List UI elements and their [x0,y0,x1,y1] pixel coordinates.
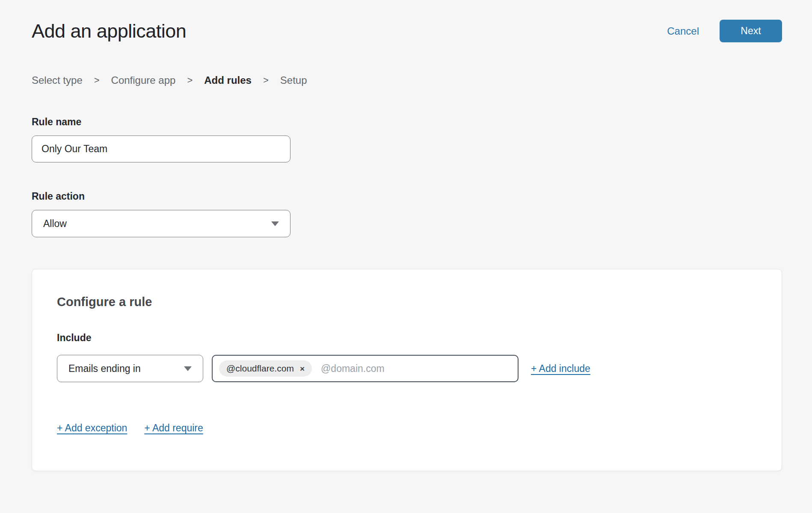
add-require-link[interactable]: + Add require [144,422,203,434]
breadcrumb-select-type[interactable]: Select type [32,74,83,86]
rule-name-input[interactable] [32,136,290,162]
breadcrumb-separator: > [263,75,269,86]
breadcrumb-separator: > [94,75,100,86]
page-title: Add an application [32,20,186,42]
header-actions: Cancel Next [667,20,782,42]
include-label: Include [57,332,757,344]
breadcrumb-setup[interactable]: Setup [280,74,307,86]
chevron-down-icon [184,366,192,371]
configure-rule-card: Configure a rule Include Emails ending i… [32,269,782,471]
breadcrumb-configure-app[interactable]: Configure app [111,74,176,86]
rule-name-label: Rule name [32,116,782,128]
add-include-link[interactable]: + Add include [531,363,590,374]
email-domain-text-input[interactable] [321,363,511,374]
add-exception-link[interactable]: + Add exception [57,422,127,434]
rule-action-value: Allow [43,218,67,230]
email-domain-tag-label: @cloudflare.com [226,363,294,374]
rule-name-field: Rule name [32,116,782,162]
configure-rule-title: Configure a rule [57,295,757,309]
breadcrumb-separator: > [187,75,193,86]
remove-tag-icon[interactable]: × [300,365,305,373]
rule-action-field: Rule action Allow [32,191,782,237]
chevron-down-icon [271,221,279,226]
email-domain-tag: @cloudflare.com × [219,360,312,377]
include-rule-row: Emails ending in @cloudflare.com × + Add… [57,355,757,382]
rule-action-label: Rule action [32,191,782,202]
include-selector-value: Emails ending in [68,363,141,374]
add-application-page: Add an application Cancel Next Select ty… [0,0,812,471]
next-button[interactable]: Next [720,20,782,42]
breadcrumb: Select type > Configure app > Add rules … [32,74,782,86]
include-selector[interactable]: Emails ending in [57,355,203,382]
breadcrumb-add-rules[interactable]: Add rules [204,74,252,86]
rule-extra-links: + Add exception + Add require [57,422,757,434]
cancel-button[interactable]: Cancel [667,25,699,37]
rule-action-select[interactable]: Allow [32,210,290,237]
email-domains-input[interactable]: @cloudflare.com × [212,355,519,382]
page-header: Add an application Cancel Next [32,20,782,42]
